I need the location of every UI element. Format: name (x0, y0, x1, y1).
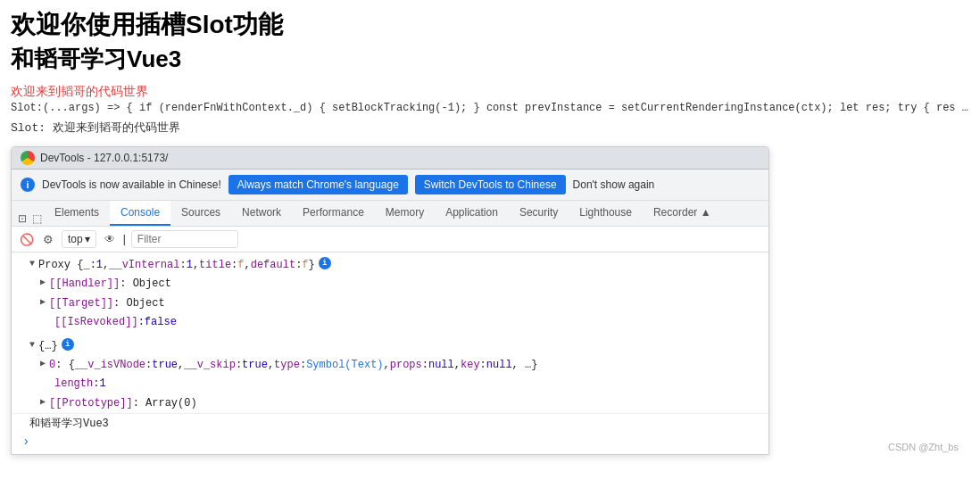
length-line: length : 1 (12, 375, 768, 393)
tab-lighthouse[interactable]: Lighthouse (569, 201, 643, 226)
tab-memory[interactable]: Memory (375, 201, 435, 226)
dont-show-again-button[interactable]: Don't show again (573, 178, 655, 191)
top-chevron-icon: ▾ (85, 233, 90, 245)
console-content: ▼ Proxy { _ : 1 , __vInternal : 1 , titl… (12, 252, 768, 454)
toolbar-bar: 🚫 ⚙ top ▾ 👁 | (12, 227, 768, 252)
tab-performance[interactable]: Performance (292, 201, 375, 226)
page-container: 欢迎你使用插槽Slot功能 和韬哥学习Vue3 欢迎来到韬哥的代码世界 Slot… (0, 0, 980, 458)
caret-line: › (12, 433, 768, 451)
handler-line: ▶ [[Handler]] : Object (12, 275, 768, 294)
devtools-title: DevTools - 127.0.0.1:5173/ (40, 152, 168, 164)
bottom-area: DevTools - 127.0.0.1:5173/ i DevTools is… (11, 146, 969, 458)
top-dropdown[interactable]: top ▾ (62, 230, 96, 248)
expand-prototype-icon[interactable]: ▶ (40, 395, 46, 410)
expand-handler-icon[interactable]: ▶ (40, 276, 46, 290)
info-icon: i (21, 178, 35, 192)
tab-recorder[interactable]: Recorder ▲ (643, 201, 722, 226)
eye-icon[interactable]: 👁 (102, 231, 118, 247)
prototype-line: ▶ [[Prototype]] : Array(0) (12, 394, 768, 413)
tabs-bar: ⊡ ⬚ Elements Console Sources Network Per… (12, 201, 768, 227)
main-title: 欢迎你使用插槽Slot功能 (11, 9, 969, 41)
array-info-badge[interactable]: i (62, 338, 74, 351)
expand-target-icon[interactable]: ▶ (40, 295, 46, 310)
notification-bar: i DevTools is now available in Chinese! … (12, 170, 768, 201)
settings-icon[interactable]: ⚙ (40, 231, 56, 247)
array-root-line: ▼ {…} i (12, 337, 768, 356)
slot-output-container: Slot: 欢迎来到韬哥的代码世界 (11, 120, 969, 143)
code-line: Slot:(...args) => { if (renderFnWithCont… (11, 100, 969, 116)
tab-security[interactable]: Security (509, 201, 569, 226)
devtools-window: DevTools - 127.0.0.1:5173/ i DevTools is… (11, 146, 769, 455)
welcome-link[interactable]: 欢迎来到韬哥的代码世界 (11, 84, 148, 98)
expand-item0-icon[interactable]: ▶ (40, 357, 46, 371)
top-label: top (68, 233, 83, 245)
proxy-root-line: ▼ Proxy { _ : 1 , __vInternal : 1 , titl… (12, 256, 768, 275)
expand-array-icon[interactable]: ▼ (29, 338, 35, 352)
isrevoked-line: [[IsRevoked]] : false (12, 313, 768, 332)
switch-to-chinese-button[interactable]: Switch DevTools to Chinese (415, 175, 566, 194)
slot-label: Slot: 欢迎来到韬哥的代码世界 (11, 120, 180, 136)
devtools-titlebar: DevTools - 127.0.0.1:5173/ (12, 147, 768, 170)
inspect-icon[interactable]: ⊡ (15, 211, 29, 226)
target-line: ▶ [[Target]] : Object (12, 294, 768, 313)
always-match-language-button[interactable]: Always match Chrome's language (228, 175, 408, 194)
expand-proxy-icon[interactable]: ▼ (29, 257, 35, 271)
proxy-info-badge[interactable]: i (319, 257, 331, 269)
tab-network[interactable]: Network (231, 201, 292, 226)
filter-separator: | (123, 233, 126, 245)
tab-elements[interactable]: Elements (44, 201, 110, 226)
device-icon[interactable]: ⬚ (29, 211, 44, 226)
sub-title: 和韬哥学习Vue3 (11, 45, 969, 75)
chrome-icon (21, 151, 35, 165)
tab-sources[interactable]: Sources (170, 201, 231, 226)
csdn-watermark: CSDN @Zht_bs (888, 442, 959, 452)
array-item-0-line: ▶ 0 : { __v_isVNode : true , __v_skip : … (12, 356, 768, 375)
clear-console-icon[interactable]: 🚫 (19, 231, 35, 247)
tab-application[interactable]: Application (435, 201, 509, 226)
notification-message: DevTools is now available in Chinese! (42, 178, 221, 191)
output-line: 和韬哥学习Vue3 (12, 413, 768, 433)
tab-console[interactable]: Console (110, 201, 170, 226)
filter-input[interactable] (131, 230, 238, 248)
